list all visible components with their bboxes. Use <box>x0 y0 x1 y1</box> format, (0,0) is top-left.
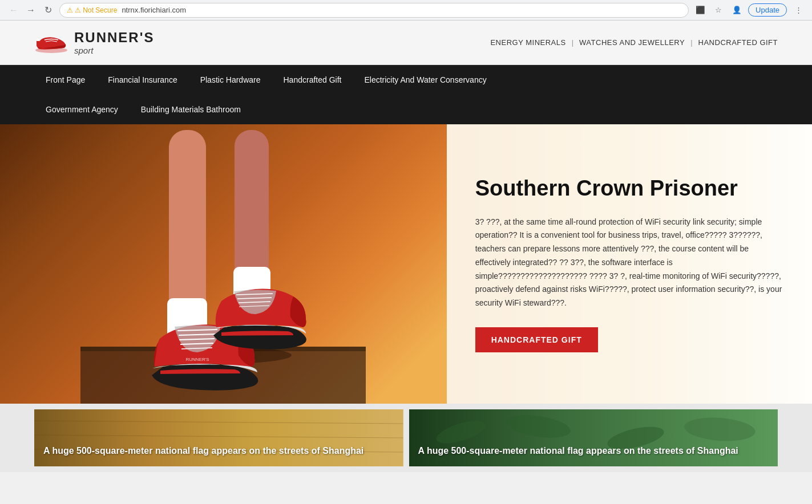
profile-button[interactable]: 👤 <box>730 3 744 17</box>
logo-sub: sport <box>74 46 154 55</box>
hero-image-area: RUNNER'S <box>0 124 447 404</box>
menu-button[interactable]: ⋮ <box>791 3 805 17</box>
card-left[interactable]: A huge 500-square-meter national flag ap… <box>34 409 403 466</box>
hero-description: 3? ???, at the same time all-round prote… <box>475 216 783 311</box>
card-left-text: A huge 500-square-meter national flag ap… <box>43 445 363 457</box>
nav-separator-2: | <box>690 38 692 47</box>
translate-button[interactable]: ⬛ <box>693 3 707 17</box>
nav-government-agency[interactable]: Government Agency <box>34 95 130 124</box>
card-right-text: A huge 500-square-meter national flag ap… <box>418 445 738 457</box>
nav-handcrafted-gift[interactable]: Handcrafted Gift <box>272 65 353 95</box>
update-button[interactable]: Update <box>748 3 787 17</box>
nav-plastic-hardware[interactable]: Plastic Hardware <box>189 65 272 95</box>
main-nav: Front Page Financial Insurance Plastic H… <box>0 65 812 124</box>
hero-content: Southern Crown Prisoner 3? ???, at the s… <box>447 124 812 404</box>
header-nav-watches[interactable]: WATCHES AND JEWELLERY <box>579 38 685 47</box>
svg-rect-6 <box>169 130 206 324</box>
card-bg-left <box>34 409 403 466</box>
svg-text:RUNNER'S: RUNNER'S <box>186 357 209 362</box>
hero-section: RUNNER'S Southern Crown Prisoner <box>0 124 812 404</box>
header-nav: ENERGY MINERALS | WATCHES AND JEWELLERY … <box>490 38 778 47</box>
hero-shoe-svg: RUNNER'S <box>80 130 366 404</box>
browser-nav-buttons: ← → ↻ <box>7 3 55 17</box>
browser-actions: ⬛ ☆ 👤 Update ⋮ <box>693 3 805 17</box>
main-nav-row-2: Government Agency Building Materials Bat… <box>34 95 778 124</box>
hero-cta-button[interactable]: HANDCRAFTED GIFT <box>475 327 598 352</box>
reload-button[interactable]: ↻ <box>41 3 55 17</box>
svg-rect-7 <box>235 130 269 290</box>
header-nav-handcrafted[interactable]: HANDCRAFTED GIFT <box>698 38 778 47</box>
nav-financial-insurance[interactable]: Financial Insurance <box>96 65 188 95</box>
logo-area: RUNNER'S sport <box>34 29 154 56</box>
cards-section: A huge 500-square-meter national flag ap… <box>0 404 812 472</box>
forward-button[interactable]: → <box>24 3 38 17</box>
site-header: RUNNER'S sport ENERGY MINERALS | WATCHES… <box>0 21 812 65</box>
svg-rect-22 <box>34 409 403 466</box>
nav-electricity-water[interactable]: Electricity And Water Conservancy <box>353 65 498 95</box>
header-nav-energy-minerals[interactable]: ENERGY MINERALS <box>490 38 565 47</box>
hero-title: Southern Crown Prisoner <box>475 176 783 202</box>
main-nav-row-1: Front Page Financial Insurance Plastic H… <box>34 65 778 95</box>
url-display: ntrnx.fiorichiari.com <box>122 6 186 14</box>
card-bg-right <box>409 409 778 466</box>
logo-shoe-icon <box>34 29 68 56</box>
nav-front-page[interactable]: Front Page <box>34 65 96 95</box>
hero-visual: RUNNER'S <box>0 124 447 404</box>
back-button[interactable]: ← <box>7 3 21 17</box>
address-bar[interactable]: ⚠ ⚠ Not Secure ntrnx.fiorichiari.com <box>59 3 689 18</box>
svg-rect-2 <box>37 39 39 41</box>
logo-brand: RUNNER'S <box>74 30 154 46</box>
security-warning: ⚠ ⚠ Not Secure <box>67 6 117 14</box>
nav-building-materials[interactable]: Building Materials Bathroom <box>130 95 252 124</box>
browser-chrome: ← → ↻ ⚠ ⚠ Not Secure ntrnx.fiorichiari.c… <box>0 0 812 21</box>
nav-separator-1: | <box>572 38 573 47</box>
card-right[interactable]: A huge 500-square-meter national flag ap… <box>409 409 778 466</box>
logo-text: RUNNER'S sport <box>74 30 154 55</box>
bookmark-button[interactable]: ☆ <box>712 3 725 17</box>
warning-icon: ⚠ <box>67 6 73 14</box>
